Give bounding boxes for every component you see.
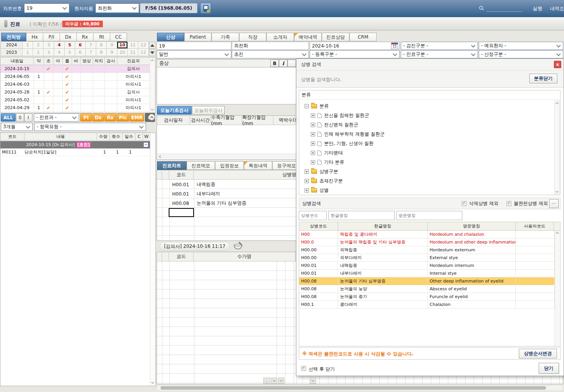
reorder-button[interactable]: 상병순서변경	[519, 349, 557, 358]
result-row[interactable]: H00.01내맥립종Hordeolum internum	[299, 262, 555, 270]
collapse-group-button[interactable]: −	[143, 142, 148, 147]
tree-item[interactable]: 분만, 기형, 신생아 질환	[311, 139, 374, 148]
tab-cc[interactable]: CC	[110, 33, 127, 41]
tab-rx[interactable]: Rx	[76, 33, 93, 41]
collapse-icon[interactable]	[305, 104, 309, 108]
date-field[interactable]: 2024-10-16	[310, 42, 400, 50]
month-cell[interactable]: 9	[107, 49, 117, 56]
deleted-exclude-checkbox[interactable]	[462, 201, 467, 206]
history-menu[interactable]: 내역조회	[550, 5, 564, 12]
tree-item[interactable]: 전신을 침해한 질환군	[311, 111, 369, 120]
month-cell[interactable]: 11	[128, 42, 138, 49]
select-close-checkbox[interactable]	[301, 366, 306, 371]
chart-no-combo[interactable]: 19	[24, 4, 69, 13]
code-search-input[interactable]	[299, 211, 327, 220]
reg-type-combo[interactable]: - 등록구분 -	[310, 50, 400, 58]
month-cell[interactable]: 6	[75, 49, 86, 56]
emr-button[interactable]: EMR	[130, 113, 144, 122]
result-row[interactable]: H00.1콩다래끼Chalazion	[299, 301, 555, 309]
patient-name-combo[interactable]: 최전화	[95, 4, 139, 13]
rx-item-row[interactable]: M0111 단순처치[1일당] 1 1 1	[0, 148, 150, 156]
month-cell[interactable]: 2	[33, 42, 44, 49]
tab-family[interactable]: 가족	[212, 33, 239, 41]
dx-row[interactable]: H00.01내맥립종	[170, 180, 215, 189]
tree-item[interactable]: 기타병태	[311, 148, 343, 157]
month-cell[interactable]: 11	[128, 49, 138, 56]
bold-button[interactable]: B	[270, 60, 279, 67]
tab-referrer[interactable]: 소개자	[266, 33, 294, 41]
sms-device-button[interactable]	[200, 3, 211, 14]
filter-all-button[interactable]: ALL	[1, 113, 16, 122]
run-menu[interactable]: 실행	[533, 5, 542, 12]
month-cell[interactable]: 10	[117, 49, 128, 56]
results-scrollbar[interactable]	[555, 231, 560, 346]
session-pill[interactable]: [김의사] 2024-10-16 11:17	[160, 242, 230, 251]
tab-hx[interactable]: Hx	[26, 33, 43, 41]
expand-icon[interactable]	[305, 170, 309, 174]
care-type-combo[interactable]: - 진료구분 -	[401, 50, 478, 58]
visit-scrollbar[interactable]	[150, 58, 155, 112]
lr-exam-tab[interactable]: 오늘좌우검사	[192, 106, 225, 115]
insurance-combo[interactable]: 일반	[157, 50, 231, 58]
expand-icon[interactable]	[311, 123, 315, 127]
visit-row[interactable]: 2024-04-291✔✔마의사1	[0, 104, 150, 112]
expand-icon[interactable]	[305, 188, 309, 192]
mini-dropdown-button[interactable]	[310, 378, 316, 384]
underline-button[interactable]	[287, 60, 296, 67]
expand-icon[interactable]	[311, 160, 315, 164]
chart-no-field[interactable]: 19	[157, 42, 231, 50]
tab-pi[interactable]: P/I	[43, 33, 60, 41]
month-cell[interactable]: 6	[75, 42, 86, 49]
italic-button[interactable]: I	[279, 60, 287, 67]
tab-special[interactable]: 특정내역	[244, 161, 272, 170]
rx-button[interactable]: Rx	[104, 113, 116, 122]
month-cell[interactable]: 1	[23, 42, 33, 49]
close-icon[interactable]: x	[554, 61, 561, 68]
incomplete-exclude-checkbox[interactable]	[506, 201, 511, 206]
month-cell[interactable]: 9	[107, 42, 117, 49]
tree-item[interactable]: 초재진구분	[305, 176, 343, 185]
visit-row[interactable]: 2024-06-03✔마의사1	[0, 81, 150, 88]
tab-chart[interactable]: 진료차트	[157, 161, 187, 170]
mini-dropdown-button[interactable]	[271, 378, 277, 384]
filter-inpatient-button[interactable]: I	[24, 113, 32, 122]
month-cell[interactable]: 8	[96, 42, 107, 49]
tab-reservations[interactable]: 예약내역	[294, 33, 322, 41]
visit-type-combo[interactable]: 초진	[232, 50, 309, 58]
item-type-combo[interactable]: - 항목유형 -	[34, 123, 146, 131]
calendar-icon[interactable]: 15	[391, 42, 398, 49]
close-tree-button[interactable]: 분류닫기	[529, 74, 557, 83]
tree-item[interactable]: 성별	[305, 185, 329, 195]
period-combo[interactable]: 3개월	[1, 123, 33, 131]
tab-consult[interactable]: 진료상담	[322, 33, 349, 41]
hscroll-thumb[interactable]	[160, 386, 546, 390]
tree-item[interactable]: 기타 분류	[311, 157, 344, 167]
dx-row[interactable]: H00.01내부다래끼	[170, 189, 220, 198]
dept-filter-combo[interactable]: - 진료과 -	[34, 113, 79, 122]
dialog-close-button[interactable]: 닫기	[539, 363, 559, 374]
month-cell[interactable]: 3	[44, 42, 54, 49]
dx-row[interactable]: H00.08눈꺼풀의 기타 심부염증	[170, 199, 247, 208]
month-cell-selected[interactable]: 10	[117, 42, 128, 49]
mortar-icon[interactable]	[233, 242, 244, 252]
exception-combo[interactable]: - 예외환자 -	[479, 42, 563, 50]
year-scroll-down-button[interactable]	[149, 49, 155, 56]
month-cell[interactable]: 8	[96, 49, 107, 56]
month-cell[interactable]: 12	[138, 49, 149, 56]
collapse-panel-button[interactable]	[148, 114, 155, 120]
more-options-button[interactable]: ···	[549, 199, 559, 208]
tab-workplace[interactable]: 직장	[239, 33, 266, 41]
month-cell[interactable]: 2	[33, 49, 44, 56]
result-row-selected[interactable]: H00.08눈꺼풀의 기타 심부염증Other deep inflammatio…	[299, 277, 555, 285]
result-row[interactable]: H00.00외맥립종Hordeolum externum	[299, 246, 555, 254]
visit-row[interactable]: 2024-10-15✔✔김의사	[0, 65, 150, 73]
tab-personal[interactable]: 신상	[157, 33, 184, 41]
result-row[interactable]: H00.08눈꺼풀의 농양Abscess of eyelid	[299, 285, 555, 293]
english-name-search-input[interactable]	[396, 211, 462, 220]
result-row[interactable]: H00.01내부다래끼Internal stye	[299, 270, 555, 277]
mini-dropdown-button[interactable]	[278, 378, 284, 384]
month-cell[interactable]: 1	[23, 49, 33, 56]
tree-item[interactable]: 분류	[305, 101, 329, 111]
result-row[interactable]: H00.08눈꺼풀의 종기Furuncle of eyelid	[299, 293, 555, 301]
calc-type-combo[interactable]: - 산정구분 -	[479, 50, 563, 58]
